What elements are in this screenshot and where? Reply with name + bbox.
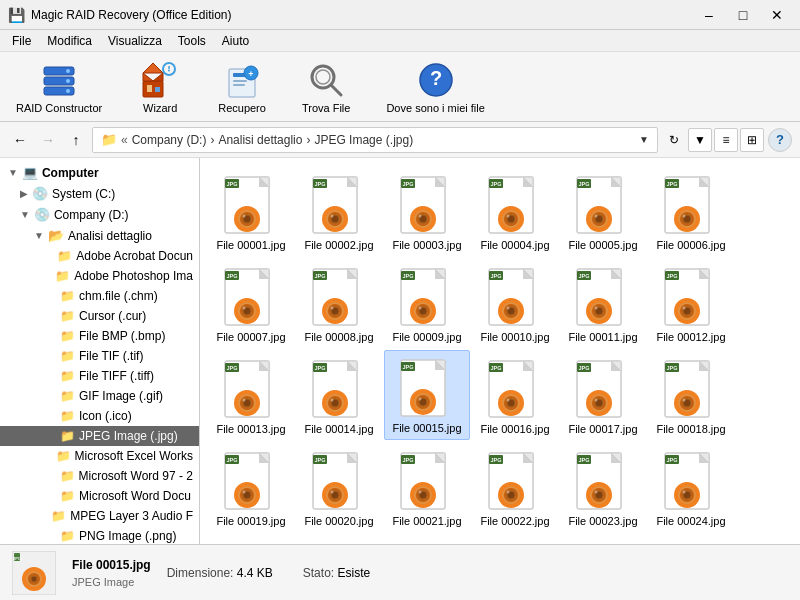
svg-text:JPG: JPG	[490, 457, 501, 463]
file-icon: JPG	[487, 451, 543, 511]
file-item-9[interactable]: JPG File 00009.jpg	[384, 258, 470, 348]
file-item-18[interactable]: JPG File 00018.jpg	[648, 350, 734, 440]
file-item-12[interactable]: JPG File 00012.jpg	[648, 258, 734, 348]
sidebar-item-icon-ico[interactable]: 📁 Icon (.ico)	[0, 406, 199, 426]
breadcrumb-bar[interactable]: 📁 « Company (D:) › Analisi dettaglio › J…	[92, 127, 658, 153]
menu-file[interactable]: File	[4, 32, 39, 50]
file-item-27[interactable]: JPG File 00027.jpg	[384, 534, 470, 544]
wizard-icon	[140, 60, 180, 100]
file-item-7[interactable]: JPG File 00007.jpg	[208, 258, 294, 348]
up-button[interactable]: ↑	[64, 128, 88, 152]
maximize-button[interactable]: □	[728, 5, 758, 25]
sidebar-item-file-tiff[interactable]: 📁 File TIFF (.tiff)	[0, 366, 199, 386]
file-item-2[interactable]: JPG File 00002.jpg	[296, 166, 382, 256]
menu-aiuto[interactable]: Aiuto	[214, 32, 257, 50]
sidebar-item-mpeg-layer3[interactable]: 📁 MPEG Layer 3 Audio F	[0, 506, 199, 526]
file-name: File 00003.jpg	[392, 239, 461, 252]
forward-button[interactable]: →	[36, 128, 60, 152]
file-item-4[interactable]: JPG File 00004.jpg	[472, 166, 558, 256]
menu-modifica[interactable]: Modifica	[39, 32, 100, 50]
wizard-label: Wizard	[143, 102, 177, 114]
file-item-10[interactable]: JPG File 00010.jpg	[472, 258, 558, 348]
view-button[interactable]: ≡	[714, 128, 738, 152]
wizard-button[interactable]: Wizard	[130, 56, 190, 118]
file-item-13[interactable]: JPG File 00013.jpg	[208, 350, 294, 440]
menu-tools[interactable]: Tools	[170, 32, 214, 50]
back-button[interactable]: ←	[8, 128, 32, 152]
folder-icon: 📁	[60, 469, 75, 483]
titlebar-title: Magic RAID Recovery (Office Edition)	[31, 8, 694, 22]
svg-point-61	[507, 214, 510, 217]
help-button[interactable]: ?	[768, 128, 792, 152]
sidebar-label-adobe-acrobat: Adobe Acrobat Docun	[76, 249, 193, 263]
sidebar-item-system-c[interactable]: ▶ 💿 System (C:)	[0, 183, 199, 204]
minimize-button[interactable]: –	[694, 5, 724, 25]
breadcrumb-dropdown[interactable]: ▼	[639, 134, 649, 145]
file-item-24[interactable]: JPG File 00024.jpg	[648, 442, 734, 532]
sidebar-item-adobe-acrobat[interactable]: 📁 Adobe Acrobat Docun	[0, 246, 199, 266]
file-item-6[interactable]: JPG File 00006.jpg	[648, 166, 734, 256]
sidebar-item-computer[interactable]: ▼ 💻 Computer	[0, 162, 199, 183]
drive-icon: 💿	[32, 186, 48, 201]
svg-point-151	[331, 398, 334, 401]
file-item-22[interactable]: JPG File 00022.jpg	[472, 442, 558, 532]
folder-icon: 📁	[60, 309, 75, 323]
folder-icon: 📁	[60, 389, 75, 403]
raid-constructor-button[interactable]: RAID Constructor	[8, 56, 110, 118]
sidebar-item-microsoft-excel[interactable]: 📁 Microsoft Excel Works	[0, 446, 199, 466]
sidebar-item-adobe-photoshop[interactable]: 📁 Adobe Photoshop Ima	[0, 266, 199, 286]
refresh-button[interactable]: ↻	[664, 130, 684, 150]
file-item-11[interactable]: JPG File 00011.jpg	[560, 258, 646, 348]
file-item-23[interactable]: JPG File 00023.jpg	[560, 442, 646, 532]
file-item-29[interactable]: JPG File 00029.jpg	[560, 534, 646, 544]
file-icon: JPG	[223, 175, 279, 235]
file-item-20[interactable]: JPG File 00020.jpg	[296, 442, 382, 532]
view-grid-button[interactable]: ⊞	[740, 128, 764, 152]
folder-icon: 📁	[55, 269, 70, 283]
file-item-26[interactable]: JPG File 00026.jpg	[296, 534, 382, 544]
file-icon: JPG	[223, 267, 279, 327]
statusbar: JPG File 00015.jpg JPEG Image Dimensione…	[0, 544, 800, 600]
file-item-21[interactable]: JPG File 00021.jpg	[384, 442, 470, 532]
file-item-28[interactable]: JPG File 00028.jpg	[472, 534, 558, 544]
svg-point-23	[316, 70, 330, 84]
svg-text:JPG: JPG	[314, 273, 325, 279]
sidebar-item-chm-file[interactable]: 📁 chm.file (.chm)	[0, 286, 199, 306]
file-item-17[interactable]: JPG File 00017.jpg	[560, 350, 646, 440]
file-item-3[interactable]: JPG File 00003.jpg	[384, 166, 470, 256]
sidebar-label-microsoft-word-97: Microsoft Word 97 - 2	[79, 469, 193, 483]
sidebar-item-cursor[interactable]: 📁 Cursor (.cur)	[0, 306, 199, 326]
sidebar-item-company-d[interactable]: ▼ 💿 Company (D:)	[0, 204, 199, 225]
folder-icon: 📁	[60, 529, 75, 543]
sidebar-item-jpeg-image[interactable]: 📁 JPEG Image (.jpg)	[0, 426, 199, 446]
sidebar-item-microsoft-word-97[interactable]: 📁 Microsoft Word 97 - 2	[0, 466, 199, 486]
sidebar-item-file-bmp[interactable]: 📁 File BMP (.bmp)	[0, 326, 199, 346]
dove-sono-button[interactable]: ? Dove sono i miei file	[378, 56, 492, 118]
sidebar-item-gif-image[interactable]: 📁 GIF Image (.gif)	[0, 386, 199, 406]
file-item-15[interactable]: JPG File 00015.jpg	[384, 350, 470, 440]
file-item-8[interactable]: JPG File 00008.jpg	[296, 258, 382, 348]
trova-file-button[interactable]: Trova File	[294, 56, 359, 118]
close-button[interactable]: ✕	[762, 5, 792, 25]
sidebar-item-analisi[interactable]: ▼ 📂 Analisi dettaglio	[0, 225, 199, 246]
file-name: File 00013.jpg	[216, 423, 285, 436]
file-item-25[interactable]: JPG File 00025.jpg	[208, 534, 294, 544]
recupero-button[interactable]: + Recupero	[210, 56, 274, 118]
status-thumbnail: JPG	[12, 551, 56, 595]
filter-button[interactable]: ▼	[688, 128, 712, 152]
svg-point-223	[507, 490, 510, 493]
menu-visualizza[interactable]: Visualizza	[100, 32, 170, 50]
sidebar-item-microsoft-word-doc[interactable]: 📁 Microsoft Word Docu	[0, 486, 199, 506]
file-item-1[interactable]: JPG File 00001.jpg	[208, 166, 294, 256]
file-item-14[interactable]: JPG File 00014.jpg	[296, 350, 382, 440]
file-item-19[interactable]: JPG File 00019.jpg	[208, 442, 294, 532]
file-item-5[interactable]: JPG File 00005.jpg	[560, 166, 646, 256]
svg-text:JPG: JPG	[666, 273, 677, 279]
file-name: File 00021.jpg	[392, 515, 461, 528]
sidebar-item-file-tif[interactable]: 📁 File TIF (.tif)	[0, 346, 199, 366]
file-item-16[interactable]: JPG File 00016.jpg	[472, 350, 558, 440]
sidebar-item-png-image[interactable]: 📁 PNG Image (.png)	[0, 526, 199, 544]
file-icon: JPG	[575, 451, 631, 511]
svg-point-52	[419, 214, 422, 217]
file-icon: JPG	[311, 543, 367, 544]
